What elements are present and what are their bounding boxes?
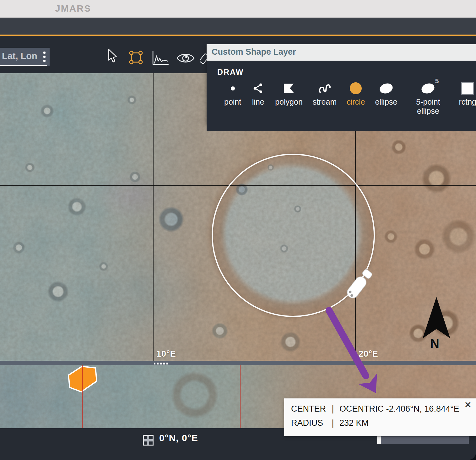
grid-label-10e: 10°E	[156, 349, 176, 359]
separator: |	[326, 418, 339, 428]
menu-bar	[0, 18, 476, 35]
cursor-icon[interactable]	[108, 49, 117, 63]
info-row-center: CENTER | OCENTRIC -2.406°N, 16.844°E	[291, 404, 476, 414]
draw-tool-polygon[interactable]: polygon	[275, 80, 303, 107]
polygon-icon	[282, 80, 296, 97]
overview-selection-polygon[interactable]	[0, 365, 132, 428]
jmars-window: JMARS Lat, Lon	[0, 0, 476, 460]
panel-body: DRAW pointlinepolygonstreamcircleellipse…	[207, 61, 476, 131]
coordinate-readout-tab[interactable]: Lat, Lon	[0, 48, 50, 66]
point-icon	[226, 80, 240, 97]
app-title: JMARS	[55, 0, 91, 17]
center-label: CENTER	[291, 404, 326, 414]
radius-label: RADIUS	[291, 418, 326, 428]
stream-icon	[318, 80, 332, 97]
draw-tool-line[interactable]: line	[251, 80, 265, 107]
five-point-ellipse-icon: 5	[421, 80, 435, 97]
five-badge: 5	[435, 77, 439, 85]
panel-title: Custom Shape Layer	[207, 44, 476, 57]
draw-tool-rctng[interactable]: rctng	[459, 80, 476, 107]
north-label: N	[430, 337, 439, 350]
close-icon[interactable]: ✕	[464, 400, 472, 410]
shape-select-icon[interactable]	[129, 50, 143, 65]
draw-tool-stream[interactable]: stream	[313, 80, 337, 107]
panel-header[interactable]: Custom Shape Layer	[207, 44, 476, 61]
circle-icon	[349, 80, 363, 97]
separator: |	[326, 404, 339, 414]
radius-value: 232 KM	[339, 418, 369, 428]
rectangle-icon	[461, 80, 474, 97]
draw-tool-label: rctng	[459, 97, 476, 107]
kebab-menu-icon[interactable]	[43, 52, 46, 63]
draw-section-label: DRAW	[217, 68, 476, 77]
grid-label-20e: 20°E	[359, 349, 378, 359]
draw-tools-row: pointlinepolygonstreamcircleellipse55-po…	[217, 80, 476, 116]
coordinate-tab-label: Lat, Lon	[2, 51, 37, 61]
draw-tool-label: ellipse	[375, 97, 398, 107]
north-arrow-icon: N	[421, 297, 451, 350]
draw-tool-label: circle	[347, 97, 365, 107]
custom-shape-layer-panel: Custom Shape Layer DRAW pointlinepolygon…	[207, 44, 476, 124]
center-value: OCENTRIC -2.406°N, 16.844°E	[339, 404, 459, 414]
draw-tool-circle[interactable]: circle	[347, 80, 365, 107]
draw-tool-point[interactable]: point	[224, 80, 241, 107]
title-bar: JMARS	[0, 0, 476, 18]
overview-gridline-right	[240, 365, 241, 428]
hscroll-thumb[interactable]	[377, 436, 381, 444]
ellipse-icon	[379, 80, 393, 97]
crosshair-grid-icon	[143, 435, 154, 446]
draw-tool-label: 5-point ellipse	[407, 97, 449, 116]
shape-info-box: ✕ CENTER | OCENTRIC -2.406°N, 16.844°E R…	[284, 398, 476, 436]
overview-gridline-left	[82, 365, 83, 428]
draw-tool-5-point-ellipse[interactable]: 55-point ellipse	[407, 80, 449, 116]
info-row-radius: RADIUS | 232 KM	[291, 418, 476, 428]
eye-icon[interactable]	[176, 52, 195, 65]
hscroll-track[interactable]	[381, 436, 469, 444]
line-icon	[251, 80, 265, 97]
draw-tool-label: polygon	[275, 97, 303, 107]
draw-tool-label: point	[224, 97, 241, 107]
draw-tool-label: stream	[313, 97, 337, 107]
draw-cursor-icon	[341, 267, 382, 306]
lon-gridline-10e	[153, 73, 154, 361]
profile-chart-icon[interactable]	[152, 51, 169, 65]
divider-drag-handle[interactable]	[154, 363, 169, 364]
draw-tool-label: line	[252, 97, 264, 107]
status-coordinates: 0°N, 0°E	[159, 433, 198, 443]
draw-tool-ellipse[interactable]: ellipse	[375, 80, 398, 107]
